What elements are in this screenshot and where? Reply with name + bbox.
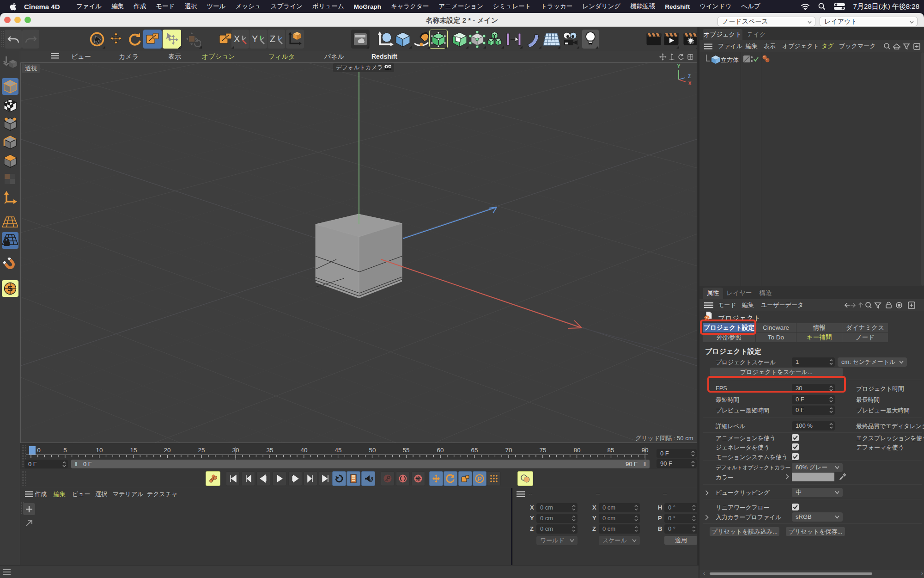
svg-text:85: 85 xyxy=(607,447,614,454)
svg-text:P: P xyxy=(478,475,482,482)
svg-text:35: 35 xyxy=(266,447,273,454)
svg-text:50: 50 xyxy=(369,447,376,454)
svg-text:80: 80 xyxy=(573,447,580,454)
svg-text:Y: Y xyxy=(677,64,681,69)
svg-text:75: 75 xyxy=(539,447,546,454)
svg-text:25: 25 xyxy=(198,447,205,454)
svg-text:55: 55 xyxy=(402,447,409,454)
svg-text:20: 20 xyxy=(164,447,170,454)
svg-text:70: 70 xyxy=(505,447,512,454)
svg-text:X: X xyxy=(688,81,692,86)
svg-text:65: 65 xyxy=(471,447,478,454)
svg-text:Y: Y xyxy=(252,34,258,44)
svg-text:X: X xyxy=(234,34,240,44)
svg-text:40: 40 xyxy=(300,447,307,454)
svg-text:0: 0 xyxy=(37,447,41,454)
svg-text:15: 15 xyxy=(130,447,137,454)
svg-text:10: 10 xyxy=(96,447,103,454)
svg-text:Z: Z xyxy=(270,34,275,44)
svg-text:60: 60 xyxy=(437,447,444,454)
svg-text:Z: Z xyxy=(688,74,691,79)
svg-text:5: 5 xyxy=(63,447,67,454)
svg-text:S: S xyxy=(7,284,12,293)
svg-text:45: 45 xyxy=(334,447,341,454)
